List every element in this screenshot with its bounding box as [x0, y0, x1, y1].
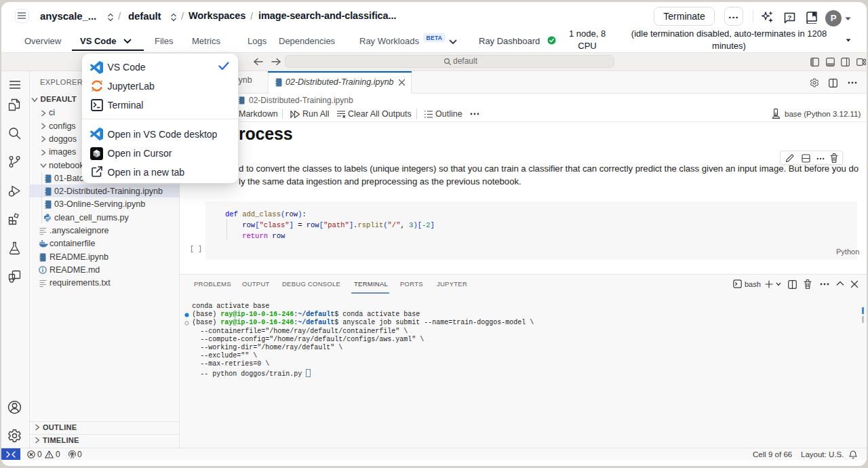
svg-text:?: ? [788, 14, 792, 21]
